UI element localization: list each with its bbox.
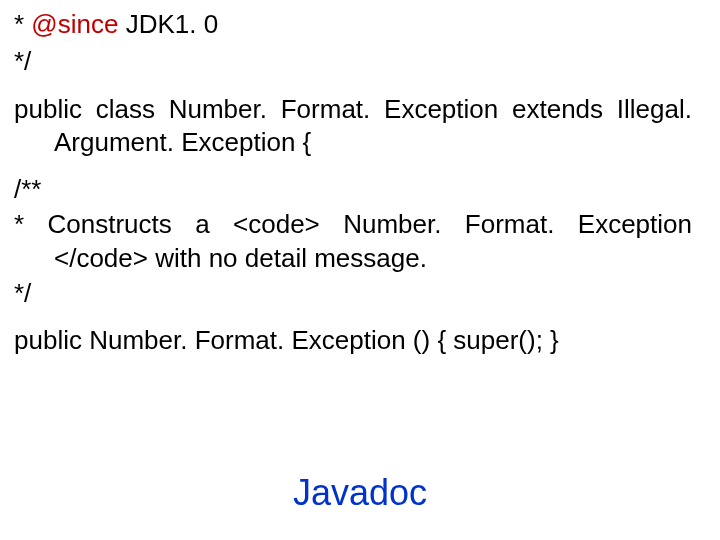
class-decl: public class Number. Format. Exception e… <box>14 93 692 160</box>
since-suffix: JDK1. 0 <box>118 9 218 39</box>
since-line: * @since JDK1. 0 <box>14 8 692 41</box>
constructor-line: public Number. Format. Exception () { su… <box>14 324 692 357</box>
since-tag: @since <box>31 9 118 39</box>
javadoc-body: * Constructs a <code> Number. Format. Ex… <box>14 208 692 275</box>
javadoc-open: /** <box>14 173 692 206</box>
slide-title: Javadoc <box>0 472 720 514</box>
javadoc-close: */ <box>14 277 692 310</box>
code-block: * @since JDK1. 0 */ public class Number.… <box>14 8 692 357</box>
slide: * @since JDK1. 0 */ public class Number.… <box>0 0 720 540</box>
comment-close-1: */ <box>14 45 692 78</box>
since-prefix: * <box>14 9 31 39</box>
